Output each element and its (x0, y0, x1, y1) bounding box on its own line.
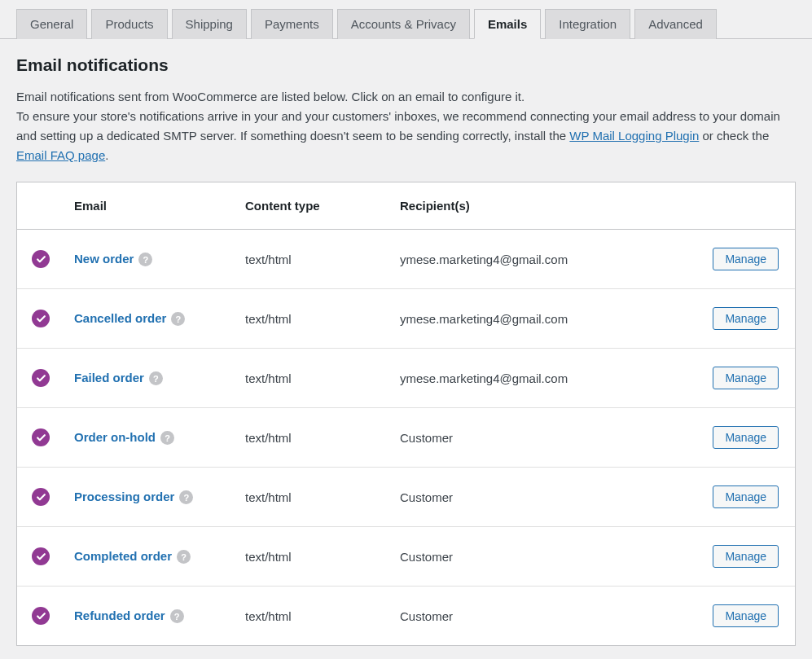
settings-tabs: General Products Shipping Payments Accou… (0, 0, 812, 39)
description-text: Email notifications sent from WooCommerc… (16, 87, 796, 165)
table-row: New order?text/htmlymese.marketing4@gmai… (17, 230, 795, 289)
status-enabled-icon (32, 369, 50, 387)
content-type-cell: text/html (237, 587, 392, 646)
description-line2c: . (105, 148, 108, 162)
recipient-cell: Customer (392, 468, 697, 527)
email-faq-link[interactable]: Email FAQ page (16, 148, 105, 162)
email-table-wrap: Email Content type Recipient(s) New orde… (16, 182, 796, 646)
status-enabled-icon (32, 310, 50, 327)
table-row: Processing order?text/htmlCustomerManage (17, 468, 795, 527)
tab-integration[interactable]: Integration (545, 9, 630, 39)
status-enabled-icon (32, 488, 50, 506)
status-enabled-icon (32, 547, 50, 565)
recipient-cell: ymese.marketing4@gmail.com (392, 289, 697, 349)
help-icon[interactable]: ? (170, 609, 184, 623)
content-type-cell: text/html (237, 527, 392, 587)
content-type-cell: text/html (237, 230, 392, 289)
description-line2b: or check the (699, 129, 769, 143)
manage-button[interactable]: Manage (713, 367, 779, 389)
help-icon[interactable]: ? (160, 431, 174, 445)
email-name-link[interactable]: Failed order (74, 371, 144, 384)
email-name-link[interactable]: Processing order (74, 490, 174, 503)
recipient-cell: Customer (392, 408, 697, 468)
recipient-cell: ymese.marketing4@gmail.com (392, 349, 697, 408)
table-row: Failed order?text/htmlymese.marketing4@g… (17, 349, 795, 408)
email-name-link[interactable]: New order (74, 252, 134, 266)
help-icon[interactable]: ? (138, 253, 152, 266)
email-name-link[interactable]: Cancelled order (74, 311, 166, 325)
recipient-cell: ymese.marketing4@gmail.com (392, 230, 697, 289)
manage-button[interactable]: Manage (713, 545, 779, 568)
recipient-cell: Customer (392, 587, 697, 646)
table-row: Order on-hold?text/htmlCustomerManage (17, 408, 795, 468)
manage-button[interactable]: Manage (713, 604, 779, 627)
tab-accounts-privacy[interactable]: Accounts & Privacy (337, 9, 470, 39)
email-name-link[interactable]: Completed order (74, 549, 172, 563)
status-enabled-icon (32, 250, 50, 268)
table-row: Cancelled order?text/htmlymese.marketing… (17, 289, 795, 349)
tab-advanced[interactable]: Advanced (634, 9, 717, 39)
email-name-link[interactable]: Order on-hold (74, 430, 156, 444)
email-notifications-table: Email Content type Recipient(s) New orde… (17, 182, 795, 645)
tab-emails[interactable]: Emails (474, 9, 541, 39)
tab-payments[interactable]: Payments (251, 9, 333, 39)
page-title: Email notifications (16, 55, 796, 75)
content-type-cell: text/html (237, 349, 392, 408)
col-actions (697, 182, 795, 230)
help-icon[interactable]: ? (149, 371, 163, 385)
manage-button[interactable]: Manage (713, 307, 779, 330)
content-type-cell: text/html (237, 468, 392, 527)
content-area: Email notifications Email notifications … (0, 39, 812, 659)
col-content-type: Content type (237, 182, 392, 230)
col-email: Email (66, 182, 237, 230)
content-type-cell: text/html (237, 408, 392, 468)
wp-mail-logging-link[interactable]: WP Mail Logging Plugin (569, 129, 699, 143)
status-enabled-icon (32, 607, 50, 625)
tab-products[interactable]: Products (91, 9, 167, 39)
col-status (17, 182, 66, 230)
content-type-cell: text/html (237, 289, 392, 349)
tab-shipping[interactable]: Shipping (172, 9, 247, 39)
tab-general[interactable]: General (16, 9, 87, 39)
description-line1: Email notifications sent from WooCommerc… (16, 90, 525, 103)
table-row: Refunded order?text/htmlCustomerManage (17, 587, 795, 646)
manage-button[interactable]: Manage (713, 248, 779, 270)
email-name-link[interactable]: Refunded order (74, 608, 165, 622)
help-icon[interactable]: ? (179, 490, 193, 504)
table-row: Completed order?text/htmlCustomerManage (17, 527, 795, 587)
help-icon[interactable]: ? (177, 550, 191, 564)
recipient-cell: Customer (392, 527, 697, 587)
status-enabled-icon (32, 428, 50, 446)
manage-button[interactable]: Manage (713, 426, 779, 449)
help-icon[interactable]: ? (171, 312, 185, 326)
manage-button[interactable]: Manage (713, 485, 779, 508)
col-recipients: Recipient(s) (392, 182, 697, 230)
